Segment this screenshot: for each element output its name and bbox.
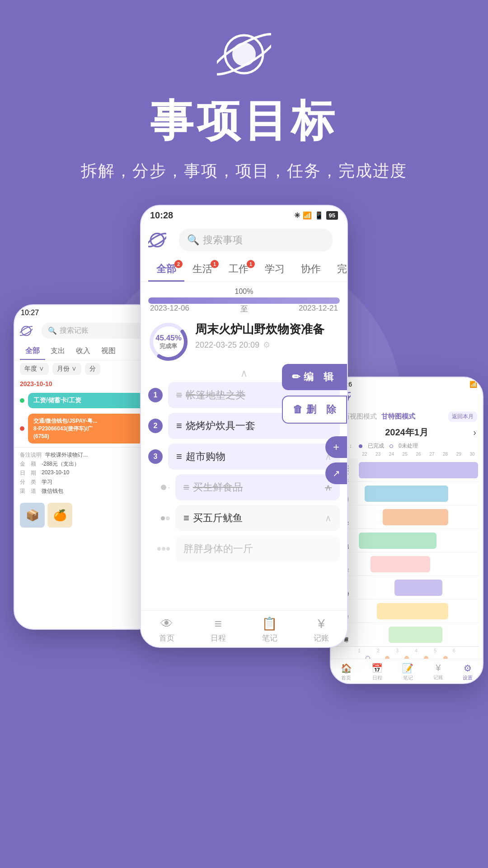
subtask-icon-3: ≡ [176,451,182,462]
r-nav-settings-label: 设置 [463,675,473,681]
nav-account-label: 记账 [314,633,329,643]
transaction-expense[interactable]: 交通/微信钱包/JSPAY-粤...8-P23066043(捷停车)/广(675… [14,411,157,446]
r-nav-home[interactable]: 🏠 首页 [341,663,352,681]
gantt-row-math: 数学 [334,505,479,529]
r-schedule-icon: 📅 [371,663,383,674]
main-search-icon: 🔍 [187,234,199,246]
subtask-dot-3-1 [161,485,166,490]
subtask-card-3-1: ≡ 买生鲜食品 ∧ [175,474,340,500]
extra-buttons: + ↗ [325,436,347,484]
month-filter[interactable]: 月份 ∨ [52,363,81,375]
nav-schedule[interactable]: ≡ 日程 [211,617,226,643]
r-nav-settings[interactable]: ⚙ 设置 [463,663,473,681]
main-bottom-nav: 👁 首页 ≡ 日程 📋 笔记 ¥ 记账 [141,610,347,647]
income-card: 工资/储蓄卡/工资 [28,393,152,408]
tab-life[interactable]: 生活 1 [184,258,221,282]
nav-home[interactable]: 👁 首页 [159,616,174,643]
subtask-dot-e [166,547,170,551]
view-toggle: 月历视图模式 甘特图模式 返回本月 [331,409,483,425]
gantt-bars-study [358,482,479,505]
nav-schedule-label: 日程 [211,633,226,643]
tab-expense[interactable]: 支出 [45,343,70,360]
thumbnail-1: 📦 [20,503,45,528]
nav-notes[interactable]: 📋 笔记 [262,616,277,643]
gantt-bar-pe [371,556,430,572]
phones-section: 10:27 📶 🔍 搜索记账 全部 支出 收入 视图 年度 ∨ [0,205,488,815]
detail-channel-row: 渠 道 微信钱包 [20,487,152,495]
task-title: 周末火炉山野炊物资准备 [195,321,340,337]
add-button[interactable]: + [325,436,347,458]
completed-dot [359,444,362,448]
tab-study[interactable]: 学习 [257,258,293,282]
gantt-bar-math [383,509,448,525]
gantt-bars-geo [358,529,479,552]
tab-work-badge: 1 [247,260,255,268]
tab-done[interactable]: 完成 [329,258,348,282]
r-nav-schedule[interactable]: 📅 日程 [371,663,383,681]
subtask-dot-d [162,547,165,551]
right-phone: 10:26 📶 月历视图模式 甘特图模式 返回本月 ‹ 2024年1月 › [330,377,483,684]
gantt-row-geo: 地理 [334,529,479,552]
year-filter[interactable]: 年度 ∨ [20,363,49,375]
task-info: 周末火炉山野炊物资准备 2022-03-25 20:09 ⚙ [195,321,340,350]
r-nav-notes[interactable]: 📝 笔记 [402,663,413,681]
gantt-bars-math [358,505,479,528]
subtask-3-1-1[interactable]: ≡ 买五斤鱿鱼 ∧ [148,505,340,531]
gantt-date-header: 222324252627282930 [334,452,479,458]
sub-filter[interactable]: 分 [85,363,100,375]
date-start: 2023-12-06 [150,304,189,314]
subtask-num-3-1-container: · [148,484,170,491]
delete-button[interactable]: 🗑 删 除 [282,396,347,424]
back-month-btn[interactable]: 返回本月 [448,411,477,422]
left-search-bar[interactable]: 🔍 搜索记账 [42,323,146,339]
subtask-card-3: ≡ 超市购物 ∧ [168,443,340,470]
subtask-3-1-1-1[interactable]: 胖胖身体的一斤 [148,536,340,562]
tab-all[interactable]: 全部 2 [148,258,184,282]
edit-icon: ✏ [292,371,300,383]
thumbnail-row: 📦 🍊 [14,500,157,530]
task-date: 2022-03-25 20:09 ⚙ [195,340,340,350]
subtask-3[interactable]: 3 ≡ 超市购物 ∧ [148,443,340,470]
notes-icon: 📋 [262,616,277,631]
subtask-card-3-1-1: ≡ 买五斤鱿鱼 ∧ [175,505,340,531]
completed-label: 已完成 [368,442,384,450]
gantt-view-btn[interactable]: 甘特图模式 [381,412,415,421]
delete-icon: 🗑 [293,404,303,415]
detail-section: 备注说明 学校课外读物订... 金 额 -288元（支出） 日 期 2023-1… [14,447,157,500]
tab-view[interactable]: 视图 [96,343,121,360]
nav-notes-label: 笔记 [262,633,277,643]
tab-income[interactable]: 收入 [70,343,96,360]
r-nav-notes-label: 笔记 [403,675,413,681]
subtask-icon-3-1: ≡ [183,481,189,493]
left-time: 10:27 [21,309,39,317]
r-nav-account-label: 记账 [433,674,443,681]
date-section: 2023-10-10 [14,377,157,390]
transaction-income[interactable]: 工资/储蓄卡/工资 [14,390,157,411]
share-button[interactable]: ↗ [325,462,347,484]
hero-section: 事项目标 拆解，分步，事项，项目，任务，完成进度 [0,0,488,205]
detail-amount-row: 金 额 -288元（支出） [20,460,152,468]
subtask-arrow-3-1-1: ∧ [325,513,332,524]
nav-account[interactable]: ¥ 记账 [314,617,329,643]
subtask-3-1[interactable]: · ≡ 买生鲜食品 ∧ [148,474,340,500]
next-month-btn[interactable]: › [473,427,476,438]
r-nav-account[interactable]: ¥ 记账 [433,663,443,681]
left-status-bar: 10:27 📶 [14,305,157,318]
svg-point-2 [232,42,256,66]
settings-icon[interactable]: ⚙ [263,340,270,350]
subtask-num-2: 2 [148,419,163,433]
schedule-icon: ≡ [214,617,221,631]
edit-button[interactable]: ✏ 编 辑 [282,364,347,390]
tab-collab[interactable]: 协作 [293,258,329,282]
tab-all[interactable]: 全部 [20,343,45,360]
month-nav: ‹ 2024年1月 › [331,425,483,440]
app-subtitle: 拆解，分步，事项，项目，任务，完成进度 [81,160,407,182]
nav-home-label: 首页 [159,633,174,643]
subtask-dot-c [157,547,161,551]
date-to: 至 [240,304,248,314]
month-title: 2024年1月 [385,426,428,439]
right-status-bar: 10:26 📶 [331,377,483,389]
main-phone: 10:28 ✳ 📶 📱 95 🔍 搜索事项 全部 2 [140,205,348,648]
main-search-bar[interactable]: 🔍 搜索事项 [179,229,333,251]
tab-work[interactable]: 工作 1 [221,258,257,282]
